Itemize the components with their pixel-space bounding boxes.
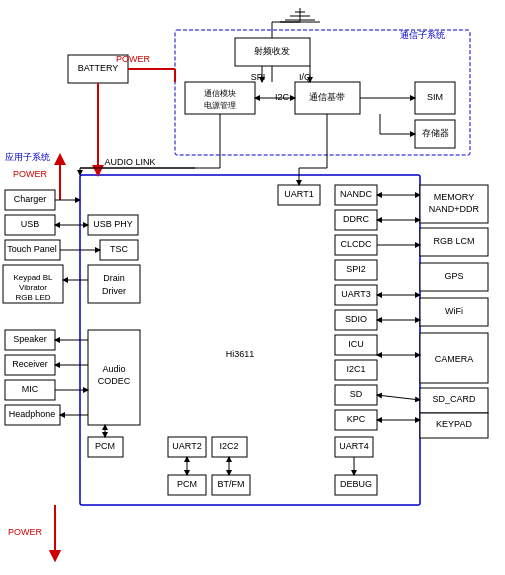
usb-phy-label: USB PHY xyxy=(93,219,133,229)
power-bottom-label: POWER xyxy=(8,527,43,537)
drain-driver-label2: Driver xyxy=(102,286,126,296)
debug-label: DEBUG xyxy=(340,479,372,489)
comm-module-label2: 电源管理 xyxy=(204,101,236,110)
clcdc-label: CLCDC xyxy=(340,239,372,249)
battery-label: BATTERY xyxy=(78,63,119,73)
nandc-label: NANDC xyxy=(340,189,373,199)
hi3611-label: Hi3611 xyxy=(226,349,255,359)
power-top-label: POWER xyxy=(116,54,151,64)
audio-codec-label2: CODEC xyxy=(98,376,131,386)
gps-label: GPS xyxy=(444,271,463,281)
receiver-label: Receiver xyxy=(12,359,48,369)
rf-label: 射频收发 xyxy=(254,46,290,56)
uart2-label: UART2 xyxy=(172,441,201,451)
charger-label: Charger xyxy=(14,194,47,204)
keypad-label: KEYPAD xyxy=(436,419,472,429)
comm-module-label1: 通信模块 xyxy=(204,89,236,98)
pcm-bottom-label: PCM xyxy=(177,479,197,489)
iq-conn-label: I/Q xyxy=(299,72,311,82)
comm-system-label: 通信子系统 xyxy=(400,30,445,40)
tsc-label: TSC xyxy=(110,244,129,254)
app-system-label: 应用子系统 xyxy=(5,152,50,162)
usb-label: USB xyxy=(21,219,40,229)
memory-label2: NAND+DDR xyxy=(429,204,480,214)
i2c-conn-label: I2C xyxy=(275,92,290,102)
drain-driver-box xyxy=(88,265,140,303)
keypad-bl-label3: RGB LED xyxy=(15,293,50,302)
uart4-label: UART4 xyxy=(339,441,368,451)
speaker-label: Speaker xyxy=(13,334,47,344)
sd-card-label: SD_CARD xyxy=(432,394,476,404)
i2c2-label: I2C2 xyxy=(219,441,238,451)
headphone-label: Headphone xyxy=(9,409,56,419)
pcm-left-label: PCM xyxy=(95,441,115,451)
sim-label: SIM xyxy=(427,92,443,102)
spi-conn-label: SPI xyxy=(251,72,266,82)
power-left-label: POWER xyxy=(13,169,48,179)
audio-codec-label1: Audio xyxy=(102,364,125,374)
touch-panel-label: Touch Panel xyxy=(7,244,57,254)
camera-label: CAMERA xyxy=(435,354,474,364)
uart1-label: UART1 xyxy=(284,189,313,199)
storage-label: 存储器 xyxy=(422,128,449,138)
sdio-label: SDIO xyxy=(345,314,367,324)
keypad-bl-label2: Vibrator xyxy=(19,283,47,292)
uart3-label: UART3 xyxy=(341,289,370,299)
mic-label: MIC xyxy=(22,384,39,394)
ddrc-label: DDRC xyxy=(343,214,369,224)
spi2-label: SPI2 xyxy=(346,264,366,274)
btfm-label: BT/FM xyxy=(218,479,245,489)
audio-link-label: AUDIO LINK xyxy=(104,157,155,167)
drain-driver-label1: Drain xyxy=(103,273,125,283)
sd-label: SD xyxy=(350,389,363,399)
keypad-bl-label1: Keypad BL xyxy=(13,273,53,282)
i2c1-label: I2C1 xyxy=(346,364,365,374)
memory-label1: MEMORY xyxy=(434,192,474,202)
kpc-label: KPC xyxy=(347,414,366,424)
wifi-label: WiFi xyxy=(445,306,463,316)
comm-baseband-label: 通信基带 xyxy=(309,92,345,102)
diagram: 通信子系统 射频收发 通信模块 电源管理 通信基带 SIM 存储器 SPI I/… xyxy=(0,0,505,575)
icu-label: ICU xyxy=(348,339,364,349)
rgb-lcm-label: RGB LCM xyxy=(433,236,474,246)
